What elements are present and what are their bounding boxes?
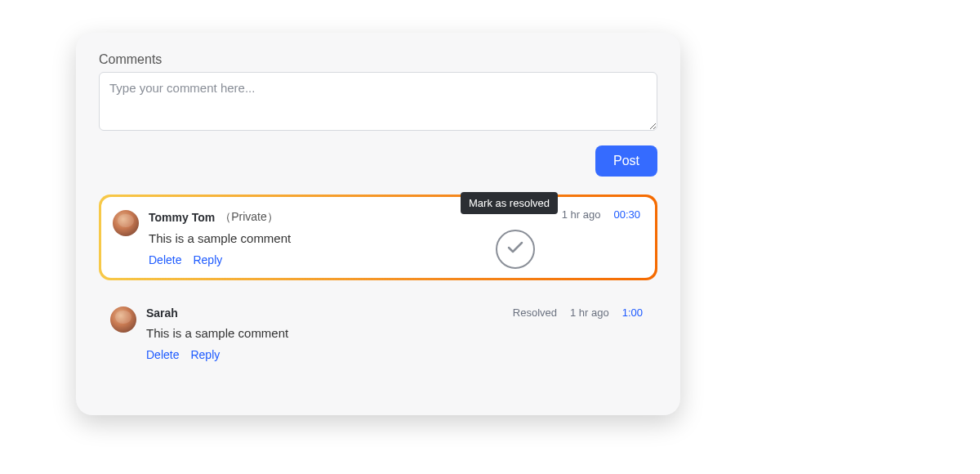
delete-link[interactable]: Delete	[149, 253, 181, 266]
comment-meta: 1 hr ago 00:30	[562, 208, 640, 221]
post-row: Post	[99, 145, 657, 177]
reply-link[interactable]: Reply	[190, 348, 220, 361]
comment-text: This is a sample comment	[149, 231, 642, 245]
comment-timestamp[interactable]: 00:30	[613, 208, 640, 221]
highlighted-comment-border: Tommy Tom （Private） This is a sample com…	[99, 195, 657, 280]
comment-actions: Delete Reply	[146, 348, 644, 361]
comments-panel: Comments Post Tommy Tom （Private） This i…	[76, 33, 680, 415]
mark-resolved-button[interactable]	[496, 230, 535, 269]
comment-age: 1 hr ago	[570, 306, 609, 319]
comment-input[interactable]	[99, 72, 657, 131]
avatar	[113, 210, 139, 236]
comment-status: Resolved	[513, 306, 557, 319]
comment-actions: Delete Reply	[149, 253, 642, 266]
section-title: Comments	[99, 52, 657, 67]
comment-text: This is a sample comment	[146, 326, 644, 340]
delete-link[interactable]: Delete	[146, 348, 179, 361]
author-name: Sarah	[146, 306, 178, 320]
comment-item: Sarah This is a sample comment Delete Re…	[99, 295, 657, 371]
comment-age: 1 hr ago	[562, 208, 601, 221]
check-icon	[506, 238, 525, 261]
avatar	[110, 306, 136, 333]
privacy-label: （Private）	[220, 210, 278, 225]
comment-timestamp[interactable]: 1:00	[622, 306, 643, 319]
reply-link[interactable]: Reply	[193, 253, 222, 266]
comment-item: Tommy Tom （Private） This is a sample com…	[101, 197, 655, 278]
post-button[interactable]: Post	[595, 145, 657, 177]
author-name: Tommy Tom	[149, 211, 215, 224]
comment-meta: Resolved 1 hr ago 1:00	[513, 306, 643, 319]
resolve-tooltip: Mark as resolved	[461, 192, 558, 214]
